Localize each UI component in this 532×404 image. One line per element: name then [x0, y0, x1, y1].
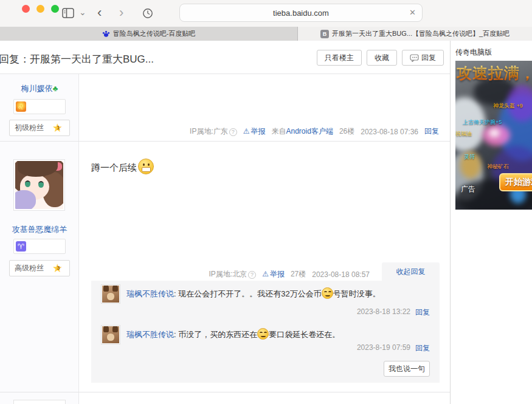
url-text: tieba.baidu.com: [273, 9, 329, 18]
chevron-down-icon[interactable]: ⌄: [79, 7, 86, 17]
page-content: 回复：开服第一天出了重大BUG... 只看楼主 收藏 回复 梅川媛依♣ ♌: [0, 41, 532, 404]
smile-emoji-icon: [257, 328, 269, 340]
client-source: 来自Android客户端: [272, 126, 333, 137]
tab-bar: 冒险岛枫之传说吧-百度贴吧 B 开服第一天出了重大BUG...【冒险岛枫之传说吧…: [0, 27, 532, 41]
floor-number: 27楼: [291, 269, 306, 279]
orb-core-art: [489, 129, 500, 137]
smile-emoji-icon: [322, 287, 333, 299]
help-icon[interactable]: ?: [248, 271, 256, 279]
client-link[interactable]: Android客户端: [286, 127, 333, 135]
reply-time: 2023-8-18 13:22: [357, 307, 410, 318]
dog-avatar-image: [102, 286, 119, 303]
post27-content: 蹲一个后续: [91, 162, 154, 174]
post28-badge-stub: [13, 400, 66, 404]
post-time: 2023-08-18 08:57: [312, 270, 370, 279]
reply-username[interactable]: 瑞枫不胜传说: [126, 289, 174, 298]
tab-label: 开服第一天出了重大BUG...【冒险岛枫之传说吧】_百度贴吧: [332, 29, 510, 38]
anime-girl-avatar-image: [15, 161, 63, 209]
post26-fan-badge[interactable]: 初级粉丝 ★ 1: [9, 120, 70, 136]
post27-meta-row: IP属地:北京? ⚠举报 27楼 2023-08-18 08:57: [209, 269, 370, 279]
close-window-button[interactable]: [22, 5, 30, 13]
reply-link[interactable]: 回复: [424, 126, 439, 137]
reply-button-label: 回复: [421, 53, 436, 63]
dog-avatar-image: [102, 326, 119, 343]
ip-location: IP属地:北京?: [209, 269, 256, 279]
tab-tieba-forum[interactable]: 冒险岛枫之传说吧-百度贴吧: [0, 27, 298, 41]
zodiac-aries-icon: ♈: [16, 241, 26, 252]
post27-author-name[interactable]: 攻基兽恶魔绵羊: [0, 224, 79, 235]
post-time: 2023-08-18 07:36: [361, 128, 418, 136]
reply-link[interactable]: 回复: [415, 343, 430, 354]
favorite-button[interactable]: 收藏: [367, 50, 397, 66]
collapse-replies-button[interactable]: 收起回复: [382, 262, 440, 281]
ad-tag-label: 广告: [461, 184, 475, 194]
tieba-paw-icon: [102, 30, 110, 38]
reply-row: 瑞枫不胜传说: 币没了，买的东西还在要口袋延长卷还在。: [126, 328, 430, 340]
reply-time: 2023-8-19 07:59: [357, 343, 410, 354]
reply-date-row: 2023-8-18 13:22 回复: [357, 307, 430, 318]
reply-link[interactable]: 回复: [415, 307, 430, 318]
game-ad-banner[interactable]: 攻速拉满， 神龙头盔 +9 上古倚天护腕+5 祝福油 灵符 神秘矿石 开始游戏 …: [455, 61, 532, 210]
reply-row: 瑞枫不胜传说: 现在公会打不开了。。我还有32万公会币号暂时没事。: [126, 287, 430, 300]
help-icon[interactable]: ?: [229, 128, 237, 136]
reply-button[interactable]: 回复: [402, 50, 444, 66]
thread-main: 回复：开服第一天出了重大BUG... 只看楼主 收藏 回复 梅川媛依♣ ♌: [0, 41, 450, 404]
tab-thread-page[interactable]: B 开服第一天出了重大BUG...【冒险岛枫之传说吧】_百度贴吧: [298, 27, 532, 41]
ad-heading: 传奇电脑版: [455, 47, 492, 58]
only-author-button[interactable]: 只看楼主: [317, 50, 362, 66]
reply-avatar[interactable]: [101, 284, 120, 304]
grimace-emoji-icon: [138, 159, 154, 174]
page-title: 回复：开服第一天出了重大BUG...: [0, 52, 154, 66]
forward-button[interactable]: ›: [119, 4, 123, 22]
reply-avatar[interactable]: [101, 325, 120, 344]
reply-date-row: 2023-8-19 07:59 回复: [357, 343, 430, 354]
zodiac-leo-icon: ♌: [16, 101, 26, 112]
tab-b-icon: B: [320, 30, 329, 38]
browser-toolbar: ⌄ ‹ › tieba.baidu.com ✕: [0, 0, 532, 27]
post26-zodiac-badge[interactable]: ♌: [13, 99, 66, 114]
fan-star-icon: ★ 3: [52, 262, 64, 275]
post27-fan-badge[interactable]: 高级粉丝 ★ 3: [9, 260, 70, 276]
post26-author-name[interactable]: 梅川媛依♣: [0, 83, 79, 94]
fan-level-label: 初级粉丝: [15, 123, 44, 133]
history-clock-icon[interactable]: [142, 8, 153, 19]
address-bar[interactable]: tieba.baidu.com ✕: [179, 4, 423, 22]
add-reply-button[interactable]: 我也说一句: [384, 361, 430, 377]
post26-meta-row: IP属地:广东? ⚠举报 来自Android客户端 26楼 2023-08-18…: [190, 126, 439, 137]
back-button[interactable]: ‹: [97, 4, 102, 22]
minimize-window-button[interactable]: [36, 5, 44, 13]
browser-window: ⌄ ‹ › tieba.baidu.com ✕ 冒险岛枫之传说吧-百度贴吧 B …: [0, 0, 532, 404]
zoom-window-button[interactable]: [51, 5, 59, 13]
sidebar-icon[interactable]: [62, 8, 74, 18]
reply-username[interactable]: 瑞枫不胜传说: [126, 330, 174, 339]
warning-icon: ⚠: [262, 270, 269, 278]
ad-item-label: 上古倚天护腕+5: [463, 118, 502, 126]
ad-column: 传奇电脑版 攻速拉满， 神龙头盔 +9 上古倚天护腕+5 祝福油 灵符 神秘矿石: [450, 41, 532, 404]
report-link[interactable]: ⚠举报: [262, 269, 285, 279]
warning-icon: ⚠: [243, 127, 250, 135]
ad-banner-title: 攻速拉满，: [457, 63, 532, 83]
replies-panel: 瑞枫不胜传说: 现在公会打不开了。。我还有32万公会币号暂时没事。 2023-8…: [91, 281, 440, 383]
fan-level-label: 高级粉丝: [15, 263, 44, 273]
ip-location: IP属地:广东?: [190, 126, 237, 137]
clover-icon: ♣: [53, 84, 58, 93]
ad-item-label: 祝福油: [455, 130, 472, 138]
tab-label: 冒险岛枫之传说吧-百度贴吧: [113, 29, 196, 38]
clear-url-icon[interactable]: ✕: [409, 8, 416, 17]
post27-avatar[interactable]: [13, 159, 65, 211]
report-link[interactable]: ⚠举报: [243, 126, 266, 137]
floor-number: 26楼: [339, 126, 354, 137]
ad-item-label: 灵符: [464, 153, 475, 161]
ad-item-label: 神秘矿石: [487, 163, 509, 171]
start-game-button[interactable]: 开始游戏: [499, 173, 532, 191]
post27-zodiac-badge[interactable]: ♈: [13, 239, 66, 254]
speech-bubble-icon: [410, 54, 419, 62]
ad-item-label: 神龙头盔 +9: [493, 102, 523, 110]
fan-star-icon: ★ 1: [52, 122, 64, 134]
